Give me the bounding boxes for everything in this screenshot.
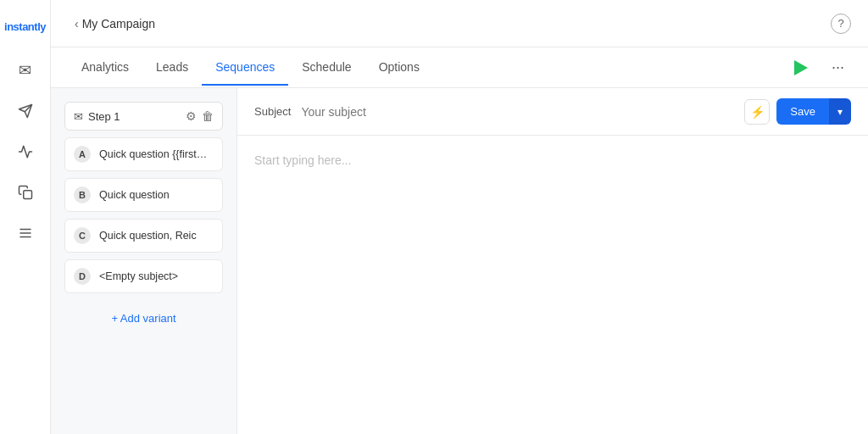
subject-label: Subject bbox=[254, 105, 291, 118]
variant-badge-b: B bbox=[74, 186, 91, 203]
variant-text-b: Quick question bbox=[99, 189, 170, 201]
variant-badge-c: C bbox=[74, 227, 91, 244]
envelope-icon: ✉ bbox=[74, 110, 83, 123]
left-panel: ✉ Step 1 ⚙ 🗑 A Quick question {{firstNna… bbox=[51, 88, 237, 434]
svg-rect-2 bbox=[23, 191, 31, 199]
tabs-bar: Analytics Leads Sequences Schedule Optio… bbox=[51, 47, 868, 88]
save-dropdown-button[interactable]: ▾ bbox=[829, 98, 851, 125]
step-settings-icon[interactable]: ⚙ bbox=[186, 109, 197, 123]
sidebar-item-mail[interactable]: ✉ bbox=[8, 53, 42, 87]
step-header: ✉ Step 1 ⚙ 🗑 bbox=[64, 102, 223, 131]
right-panel: Subject ⚡ Save ▾ Start typing here... bbox=[237, 88, 868, 434]
tab-leads[interactable]: Leads bbox=[142, 50, 202, 86]
main-content: ‹ My Campaign ? Analytics Leads Sequence… bbox=[51, 0, 868, 434]
back-button[interactable]: ‹ My Campaign bbox=[68, 14, 162, 34]
variant-item-b[interactable]: B Quick question bbox=[64, 178, 223, 212]
more-options-button[interactable]: ··· bbox=[825, 55, 851, 80]
play-button[interactable] bbox=[787, 54, 815, 81]
editor-area[interactable]: Start typing here... bbox=[237, 136, 868, 434]
sidebar-item-analytics[interactable] bbox=[8, 135, 42, 169]
back-chevron-icon: ‹ bbox=[75, 17, 79, 31]
tab-analytics[interactable]: Analytics bbox=[68, 50, 142, 86]
help-button[interactable]: ? bbox=[831, 14, 851, 34]
variant-text-d: <Empty subject> bbox=[99, 270, 178, 282]
tabs-actions: ··· bbox=[787, 54, 851, 81]
sidebar: instantly ✉ bbox=[0, 0, 51, 434]
step-delete-icon[interactable]: 🗑 bbox=[202, 109, 214, 123]
save-button-group: Save ▾ bbox=[776, 98, 851, 125]
sidebar-item-copy[interactable] bbox=[8, 175, 42, 209]
variant-item-c[interactable]: C Quick question, Reic bbox=[64, 219, 223, 253]
subject-bar: Subject ⚡ Save ▾ bbox=[237, 88, 868, 136]
editor-placeholder: Start typing here... bbox=[254, 153, 351, 167]
subject-input[interactable] bbox=[301, 105, 734, 119]
save-button[interactable]: Save bbox=[776, 98, 829, 125]
brand-logo: instantly bbox=[4, 14, 46, 47]
sidebar-item-settings[interactable] bbox=[8, 216, 42, 250]
lightning-button[interactable]: ⚡ bbox=[744, 99, 770, 125]
tab-sequences[interactable]: Sequences bbox=[202, 50, 288, 86]
topbar-left: ‹ My Campaign bbox=[68, 14, 162, 34]
sidebar-item-send[interactable] bbox=[8, 94, 42, 128]
step-label: Step 1 bbox=[88, 110, 120, 123]
topbar: ‹ My Campaign ? bbox=[51, 0, 868, 47]
add-variant-button[interactable]: + Add variant bbox=[64, 303, 223, 333]
variant-text-c: Quick question, Reic bbox=[99, 230, 197, 242]
help-icon-label: ? bbox=[837, 17, 843, 30]
content-area: ✉ Step 1 ⚙ 🗑 A Quick question {{firstNna… bbox=[51, 88, 868, 434]
variant-badge-a: A bbox=[74, 146, 91, 163]
step-actions: ⚙ 🗑 bbox=[186, 109, 214, 123]
variant-item-d[interactable]: D <Empty subject> bbox=[64, 259, 223, 293]
variant-item-a[interactable]: A Quick question {{firstNname}} bbox=[64, 137, 223, 171]
variant-text-a: Quick question {{firstNname}} bbox=[99, 148, 214, 160]
campaign-title: My Campaign bbox=[82, 17, 155, 31]
step-header-left: ✉ Step 1 bbox=[74, 110, 120, 123]
subject-actions: ⚡ Save ▾ bbox=[744, 98, 851, 125]
variant-badge-d: D bbox=[74, 268, 91, 285]
add-variant-label: + Add variant bbox=[111, 312, 175, 325]
tab-options[interactable]: Options bbox=[365, 50, 433, 86]
tabs-list: Analytics Leads Sequences Schedule Optio… bbox=[68, 50, 433, 85]
tab-schedule[interactable]: Schedule bbox=[288, 50, 364, 86]
play-icon bbox=[794, 60, 808, 75]
